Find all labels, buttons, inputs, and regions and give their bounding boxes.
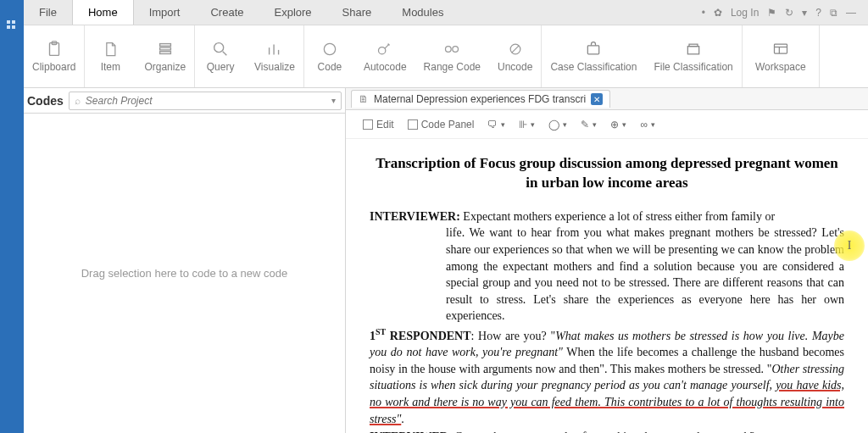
titlebar-tray: • ✿ Log In ⚑ ↻ ▾ ? ⧉ —: [702, 0, 868, 25]
tray-help-icon[interactable]: ?: [815, 7, 821, 19]
ribbon-range-code-label: Range Code: [424, 62, 481, 73]
chart-icon: [265, 40, 284, 58]
ribbon-range-code[interactable]: Range Code: [415, 25, 489, 87]
document-title: Transcription of Focus group discussion …: [370, 154, 844, 193]
tray-refresh-icon[interactable]: ↻: [785, 7, 793, 19]
ribbon-file-classification[interactable]: File Classification: [645, 25, 741, 87]
annotate-tool[interactable]: 🗨▾: [487, 119, 505, 130]
ribbon-query-label: Query: [207, 62, 235, 73]
tray-save-icon[interactable]: ⚑: [767, 7, 776, 19]
main-area: Codes ⌕ ▾ Drag selection here to code to…: [24, 88, 868, 433]
organize-icon: [156, 40, 175, 58]
menu-bar: File Home Import Create Explore Share Mo…: [24, 0, 868, 25]
menu-modules[interactable]: Modules: [387, 0, 459, 25]
ribbon-visualize[interactable]: Visualize: [246, 25, 303, 87]
transcript-continuation: life. We want to hear from you what make…: [370, 225, 844, 325]
highlight-icon: ◯: [548, 119, 559, 130]
svg-rect-3: [159, 47, 170, 50]
range-icon: [442, 40, 461, 58]
pen-tool[interactable]: ✎▾: [581, 119, 597, 130]
zoom-tool[interactable]: ⊕▾: [610, 119, 626, 130]
app-left-rail: [0, 0, 24, 433]
ribbon-visualize-label: Visualize: [254, 62, 295, 73]
menu-create[interactable]: Create: [195, 0, 259, 25]
app-window: File Home Import Create Explore Share Mo…: [24, 0, 868, 433]
ribbon-case-classification[interactable]: Case Classification: [542, 25, 645, 87]
interviewer-line1: Expectant mothers experience a lot of st…: [463, 210, 775, 223]
clipboard-icon: [45, 40, 64, 58]
menu-explore[interactable]: Explore: [259, 0, 327, 25]
svg-rect-20: [687, 47, 698, 54]
close-tab-icon[interactable]: ✕: [591, 93, 603, 105]
document-icon: 🗎: [359, 93, 369, 105]
ribbon-code-label: Code: [318, 62, 342, 73]
ribbon-case-classification-label: Case Classification: [550, 62, 637, 73]
ribbon-query[interactable]: Query: [195, 25, 246, 87]
menu-home[interactable]: Home: [72, 0, 134, 25]
search-project-field[interactable]: ⌕ ▾: [69, 92, 342, 110]
ribbon-organize[interactable]: Organize: [136, 25, 194, 87]
menu-share[interactable]: Share: [327, 0, 387, 25]
svg-rect-21: [689, 44, 698, 47]
edit-toggle[interactable]: Edit: [363, 119, 394, 130]
search-icon: [211, 40, 230, 58]
svg-point-5: [214, 43, 224, 53]
search-icon: ⌕: [70, 95, 86, 107]
ribbon: Clipboard Item Organize Que: [24, 25, 868, 88]
uncode-icon: [506, 40, 525, 58]
document-body[interactable]: I Transcription of Focus group discussio…: [346, 139, 868, 433]
svg-line-6: [223, 52, 227, 56]
workspace-icon: [771, 40, 790, 58]
codes-header: Codes ⌕ ▾: [24, 88, 345, 114]
ribbon-workspace[interactable]: Workspace: [743, 25, 819, 87]
ribbon-uncode[interactable]: Uncode: [489, 25, 541, 87]
rail-grip-icon: [7, 20, 17, 31]
tray-dropdown-icon[interactable]: ▾: [802, 7, 807, 19]
link-tool[interactable]: ∞▾: [640, 119, 655, 130]
stripes-tool[interactable]: ⊪▾: [519, 119, 535, 130]
document-tab[interactable]: 🗎 Maternal Depression experiences FDG tr…: [351, 90, 610, 108]
svg-line-12: [385, 44, 389, 48]
transcript-block: INTERVIEWER: Expectant mothers experienc…: [370, 208, 844, 225]
codes-drop-area[interactable]: Drag selection here to code to a new cod…: [24, 114, 345, 433]
speaker-label: INTERVIEWER:: [370, 210, 460, 223]
tray-minimize-icon[interactable]: —: [846, 7, 856, 19]
document-tab-bar: 🗎 Maternal Depression experiences FDG tr…: [346, 88, 868, 110]
svg-point-15: [446, 47, 452, 53]
document-panel: 🗎 Maternal Depression experiences FDG tr…: [346, 88, 868, 433]
code-panel-toggle[interactable]: Code Panel: [408, 119, 475, 130]
link-icon: ∞: [640, 119, 648, 130]
document-tab-title: Maternal Depression experiences FDG tran…: [374, 93, 586, 105]
highlight-tool[interactable]: ◯▾: [548, 119, 567, 130]
respondent-tail: .: [401, 413, 404, 425]
document-icon: [101, 40, 120, 58]
respondent-block: 1ST RESPONDENT: How are you? "What makes…: [370, 326, 844, 427]
search-project-input[interactable]: [86, 95, 326, 107]
svg-rect-22: [774, 44, 787, 53]
tray-login-button[interactable]: Log In: [731, 7, 759, 19]
tray-dot-icon[interactable]: •: [702, 7, 705, 19]
tray-sync-icon[interactable]: ✿: [714, 7, 722, 19]
ribbon-item[interactable]: Item: [85, 25, 136, 87]
zoom-icon: ⊕: [610, 119, 619, 130]
ribbon-uncode-label: Uncode: [498, 62, 532, 73]
ribbon-autocode-label: Autocode: [364, 62, 407, 73]
svg-rect-2: [159, 43, 170, 46]
svg-rect-19: [588, 46, 599, 54]
edit-toggle-label: Edit: [376, 119, 394, 130]
document-toolbar: Edit Code Panel 🗨▾ ⊪▾ ◯▾ ✎▾ ⊕▾ ∞▾: [346, 110, 868, 139]
menu-file[interactable]: File: [24, 0, 72, 25]
circle-icon: [320, 40, 339, 58]
tray-window-icon[interactable]: ⧉: [830, 7, 837, 19]
ribbon-clipboard[interactable]: Clipboard: [24, 25, 84, 87]
interviewer2-block: INTERVIWER: Can we have an example of so…: [370, 429, 844, 433]
chevron-down-icon[interactable]: ▾: [326, 96, 341, 105]
ribbon-file-classification-label: File Classification: [654, 62, 732, 73]
codes-drop-hint: Drag selection here to code to a new cod…: [81, 267, 288, 280]
codes-panel: Codes ⌕ ▾ Drag selection here to code to…: [24, 88, 346, 433]
menu-import[interactable]: Import: [134, 0, 196, 25]
case-classification-icon: [584, 40, 603, 58]
ribbon-autocode[interactable]: Autocode: [355, 25, 415, 87]
speaker-label: 1ST RESPONDENT: [370, 330, 471, 342]
ribbon-code[interactable]: Code: [304, 25, 355, 87]
